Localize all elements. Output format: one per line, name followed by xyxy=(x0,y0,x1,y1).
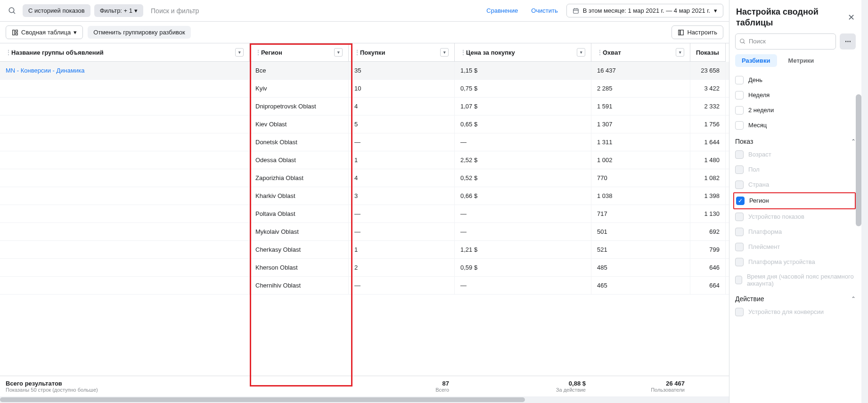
column-menu-button[interactable]: ▾ xyxy=(440,48,449,57)
cell-adset-name: MN - Конверсии - Динамика xyxy=(0,62,250,79)
cell-cost: 1,15 $ xyxy=(455,62,591,79)
cell-cost: 1,07 $ xyxy=(455,98,591,115)
breakdown-option: Страна xyxy=(735,177,856,192)
column-menu-button[interactable]: ▾ xyxy=(334,48,343,57)
cell-adset-name xyxy=(0,241,250,258)
drag-handle-icon[interactable]: ⋮⋮ xyxy=(255,49,258,56)
column-menu-button[interactable]: ▾ xyxy=(676,48,684,57)
cell-adset-name xyxy=(0,133,250,151)
checkbox xyxy=(735,258,744,266)
cell-purchases: 2 xyxy=(349,259,455,276)
table-row[interactable]: Mykolaiv Oblast——501692 xyxy=(0,223,729,241)
breakdown-option[interactable]: 2 недели xyxy=(735,103,856,118)
table-row[interactable]: Kyiv100,75 $2 2853 422 xyxy=(0,80,729,98)
table-row[interactable]: Zaporizhia Oblast40,52 $7701 082 xyxy=(0,169,729,187)
option-label: Возраст xyxy=(748,151,771,158)
cell-impressions: 646 xyxy=(690,259,726,276)
cell-cost: 0,75 $ xyxy=(455,80,591,97)
ungroup-breakdowns-button[interactable]: Отменить группировку разбивок xyxy=(88,26,191,39)
checkbox[interactable]: ✓ xyxy=(736,197,745,205)
table-row[interactable]: Kharkiv Oblast30,66 $1 0381 398 xyxy=(0,187,729,205)
filter-pill[interactable]: Фильтр: + 1▾ xyxy=(94,4,143,17)
sidebar-search-input[interactable]: Поиск xyxy=(735,33,836,49)
search-icon xyxy=(739,38,746,45)
checkbox xyxy=(735,181,744,189)
col-impressions[interactable]: Показы xyxy=(690,43,726,62)
cell-adset-name xyxy=(0,187,250,205)
date-range-button[interactable]: В этом месяце: 1 мар 2021 г. — 4 мар 202… xyxy=(566,4,723,17)
tab-metrics[interactable]: Метрики xyxy=(782,54,821,67)
compare-link[interactable]: Сравнение xyxy=(482,7,523,14)
close-icon[interactable]: ✕ xyxy=(848,12,855,23)
table-row[interactable]: Cherkasy Oblast11,21 $521799 xyxy=(0,241,729,259)
section-action[interactable]: Действие⌃ xyxy=(735,290,856,304)
totals-label: Всего результатов xyxy=(6,380,244,387)
chevron-down-icon: ▾ xyxy=(714,7,717,14)
history-filter-pill[interactable]: С историей показов xyxy=(23,4,90,17)
column-menu-button[interactable]: ▾ xyxy=(577,48,585,57)
breakdown-option: Пол xyxy=(735,162,856,177)
cell-reach: 1 038 xyxy=(591,187,690,205)
checkbox[interactable] xyxy=(735,121,744,130)
col-purchases[interactable]: ⋮⋮Покупки▾ xyxy=(349,43,455,62)
breakdown-option[interactable]: Неделя xyxy=(735,88,856,103)
search-filter-input[interactable]: Поиск и фильтр xyxy=(147,7,478,15)
breakdown-option: Устройство показов xyxy=(735,209,856,224)
cell-region: Chernihiv Oblast xyxy=(250,277,349,294)
col-adset-name[interactable]: ⋮⋮Название группы объявлений▾ xyxy=(0,43,250,62)
table-row[interactable]: Kherson Oblast20,59 $485646 xyxy=(0,259,729,277)
table-row[interactable]: Chernihiv Oblast——465664 xyxy=(0,277,729,295)
cell-reach: 2 285 xyxy=(591,80,690,97)
table-row[interactable]: Kiev Oblast50,65 $1 3071 756 xyxy=(0,115,729,133)
breakdown-option: Возраст xyxy=(735,147,856,162)
table-row[interactable]: MN - Конверсии - ДинамикаВсе351,15 $16 4… xyxy=(0,62,729,80)
clear-link[interactable]: Очистить xyxy=(526,7,563,14)
horizontal-scrollbar[interactable] xyxy=(0,396,729,403)
totals-reach: 26 467 xyxy=(597,380,685,387)
section-delivery[interactable]: Показ⌃ xyxy=(735,133,856,147)
checkbox[interactable] xyxy=(735,91,744,99)
tab-breakdowns[interactable]: Разбивки xyxy=(735,54,777,67)
breakdown-option[interactable]: Месяц xyxy=(735,118,856,133)
table-row[interactable]: Poltava Oblast——7171 130 xyxy=(0,205,729,223)
cell-adset-name xyxy=(0,223,250,240)
breakdown-option[interactable]: День xyxy=(735,73,856,88)
cell-purchases: — xyxy=(349,223,455,240)
cell-region: Kharkiv Oblast xyxy=(250,187,349,205)
pivot-table-button[interactable]: Сводная таблица ▾ xyxy=(6,25,83,39)
option-label: Страна xyxy=(748,181,769,188)
customize-button[interactable]: Настроить xyxy=(671,25,723,39)
cell-adset-name xyxy=(0,115,250,133)
col-cost-per-purchase[interactable]: ⋮⋮Цена за покупку▾ xyxy=(455,43,591,62)
column-menu-button[interactable]: ▾ xyxy=(235,48,244,57)
svg-rect-7 xyxy=(16,30,17,32)
breakdown-option[interactable]: ✓Регион xyxy=(733,192,856,209)
checkbox[interactable] xyxy=(735,76,744,84)
table-row[interactable]: Dnipropetrovsk Oblast41,07 $1 5912 332 xyxy=(0,98,729,115)
cell-cost: 2,52 $ xyxy=(455,151,591,169)
svg-rect-6 xyxy=(13,30,15,35)
drag-handle-icon[interactable]: ⋮⋮ xyxy=(460,49,463,56)
cell-purchases: 3 xyxy=(349,187,455,205)
checkbox[interactable] xyxy=(735,106,744,115)
drag-handle-icon[interactable]: ⋮⋮ xyxy=(354,49,357,56)
drag-handle-icon[interactable]: ⋮⋮ xyxy=(597,49,600,56)
drag-handle-icon[interactable]: ⋮⋮ xyxy=(6,49,8,56)
col-reach[interactable]: ⋮⋮Охват▾ xyxy=(591,43,690,62)
cell-purchases: 1 xyxy=(349,151,455,169)
cell-reach: 717 xyxy=(591,205,690,222)
cell-reach: 1 311 xyxy=(591,133,690,151)
more-options-button[interactable]: ⋯ xyxy=(840,33,856,49)
checkbox xyxy=(735,308,744,316)
svg-rect-8 xyxy=(16,33,17,35)
table-row[interactable]: Donetsk Oblast——1 3111 644 xyxy=(0,133,729,151)
cell-reach: 465 xyxy=(591,277,690,294)
option-label: День xyxy=(748,76,762,83)
col-region[interactable]: ⋮⋮Регион▾ xyxy=(250,43,349,62)
option-label: Время дня (часовой пояс рекламного аккау… xyxy=(747,273,856,287)
adset-link[interactable]: MN - Конверсии - Динамика xyxy=(6,67,84,74)
table-row[interactable]: Odessa Oblast12,52 $1 0021 480 xyxy=(0,151,729,169)
search-icon[interactable] xyxy=(6,4,19,17)
cell-impressions: 23 658 xyxy=(690,62,726,79)
vertical-scrollbar[interactable] xyxy=(856,94,861,226)
